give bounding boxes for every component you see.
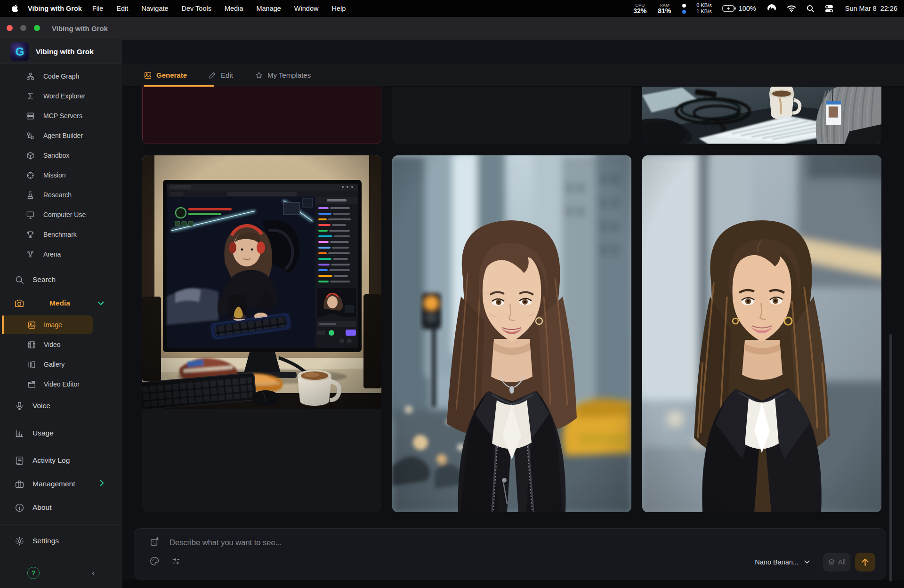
menu-file[interactable]: File: [86, 5, 110, 12]
network-speed[interactable]: 0 KB/s 1 KB/s: [696, 2, 711, 14]
sidebar-group-voice[interactable]: Voice: [0, 394, 122, 418]
sidebar-item-word-explorer[interactable]: Word Explorer: [0, 86, 122, 106]
generated-image-desk-cables[interactable]: [642, 87, 881, 144]
sidebar-item-video[interactable]: Video: [0, 335, 122, 354]
arena-icon: [26, 250, 35, 259]
sidebar-item-label: MCP Servers: [43, 112, 82, 120]
sidebar-item-image[interactable]: Image: [0, 315, 122, 335]
sidebar-item-computer-use[interactable]: Computer Use: [0, 205, 122, 225]
sidebar-item-label: Benchmark: [43, 231, 77, 238]
palette-icon[interactable]: [149, 556, 160, 568]
menu-window[interactable]: Window: [288, 5, 325, 12]
briefcase-icon: [14, 479, 24, 489]
wifi-menu-icon[interactable]: [787, 5, 796, 12]
sidebar-item-search[interactable]: Search: [0, 268, 122, 291]
menu-manage[interactable]: Manage: [250, 5, 287, 12]
sidebar-item-label: Gallery: [44, 361, 65, 368]
microphone-icon: [14, 401, 24, 411]
sidebar-item-code-graph[interactable]: Code Graph: [0, 66, 122, 86]
sidebar-item-video-editor[interactable]: Video Editor: [0, 374, 122, 394]
agent-builder-icon: [26, 131, 35, 140]
collapse-sidebar-button[interactable]: ‹: [92, 568, 95, 578]
menu-media[interactable]: Media: [218, 5, 250, 12]
desk-cables-photo: [642, 87, 881, 144]
sidebar-group-label: About: [32, 503, 52, 512]
macos-menu-bar: Vibing with Grok File Edit Navigate Dev …: [0, 0, 904, 17]
sidebar-item-label: Image: [44, 321, 62, 329]
close-window-button[interactable]: [7, 25, 13, 31]
pencil-icon: [209, 71, 217, 79]
prompt-dice-icon[interactable]: [149, 536, 160, 549]
sidebar-group-management[interactable]: Management: [0, 472, 122, 496]
sidebar-item-label: Sandbox: [43, 152, 69, 159]
vpn-menu-icon[interactable]: [767, 4, 776, 13]
menu-navigate[interactable]: Navigate: [135, 5, 175, 12]
main-content: Generate Edit My Templates: [122, 40, 904, 588]
generation-error-card[interactable]: [142, 87, 381, 144]
ram-status[interactable]: RAM 81%: [658, 3, 671, 15]
menu-help[interactable]: Help: [325, 5, 352, 12]
download-dot: [682, 10, 686, 14]
sidebar-group-label: Voice: [32, 402, 50, 410]
minimize-window-button[interactable]: [20, 25, 26, 31]
generation-empty-card[interactable]: [392, 87, 631, 144]
cpu-status[interactable]: CPU 32%: [633, 3, 646, 15]
info-icon: [14, 502, 24, 513]
sigma-icon: [26, 92, 35, 101]
help-button[interactable]: ?: [27, 567, 40, 579]
sidebar-item-gallery[interactable]: Gallery: [0, 354, 122, 374]
sidebar-item-benchmark[interactable]: Benchmark: [0, 225, 122, 244]
scope-label: All: [838, 558, 846, 566]
sidebar-item-research[interactable]: Research: [0, 185, 122, 205]
menu-edit[interactable]: Edit: [110, 5, 135, 12]
gallery-icon: [27, 360, 36, 369]
tab-generate[interactable]: Generate: [144, 64, 187, 87]
sidebar-item-label: Video Editor: [44, 380, 80, 388]
generated-image-street-portrait[interactable]: [392, 155, 631, 512]
battery-status[interactable]: 100%: [722, 5, 756, 12]
sidebar-item-settings[interactable]: Settings: [0, 529, 122, 553]
control-center-icon[interactable]: [825, 5, 833, 13]
app-logo: G: [10, 42, 29, 61]
spotlight-search-icon[interactable]: [807, 5, 815, 13]
sidebar-group-about[interactable]: About: [0, 496, 122, 519]
image-icon: [27, 321, 36, 330]
menubar-app-name[interactable]: Vibing with Grok: [28, 5, 82, 12]
apple-menu-icon[interactable]: [11, 4, 18, 13]
tab-my-templates[interactable]: My Templates: [255, 64, 311, 87]
sidebar-group-media[interactable]: Media: [0, 291, 122, 315]
zoom-window-button[interactable]: [34, 25, 40, 31]
tab-label: Edit: [221, 71, 233, 79]
sidebar-group-activity-log[interactable]: Activity Log: [0, 449, 122, 472]
window-title-bar[interactable]: Vibing with Grok: [0, 17, 904, 40]
settings-sliders-icon[interactable]: [171, 556, 181, 568]
sidebar-group-usage[interactable]: Usage: [0, 421, 122, 445]
chevron-down-icon: [804, 560, 810, 564]
sidebar-group-label: Settings: [32, 537, 59, 545]
sidebar-item-mcp-servers[interactable]: MCP Servers: [0, 106, 122, 126]
scope-all-button[interactable]: All: [823, 553, 850, 572]
generated-image-gaming-setup[interactable]: [142, 155, 381, 512]
sidebar-item-agent-builder[interactable]: Agent Builder: [0, 126, 122, 145]
active-indicator: [2, 315, 4, 334]
model-selector[interactable]: Nano Banan...: [755, 558, 810, 566]
vertical-scrollbar[interactable]: [889, 334, 892, 581]
sidebar-item-mission[interactable]: Mission: [0, 165, 122, 185]
sidebar-item-arena[interactable]: Arena: [0, 244, 122, 264]
prompt-input[interactable]: Describe what you want to see...: [170, 538, 282, 547]
generated-image-office-portrait[interactable]: [642, 155, 881, 512]
star-icon: [255, 71, 263, 80]
sidebar-item-label: Research: [43, 191, 72, 199]
sidebar-footer: ? ‹: [0, 562, 122, 584]
send-button[interactable]: [855, 553, 875, 572]
scroll-log-icon: [14, 455, 24, 466]
tab-edit[interactable]: Edit: [209, 64, 233, 87]
sidebar-item-sandbox[interactable]: Sandbox: [0, 145, 122, 165]
battery-charging-icon: [722, 5, 736, 12]
video-icon: [27, 340, 36, 349]
menu-dev-tools[interactable]: Dev Tools: [175, 5, 218, 12]
bar-chart-icon: [14, 428, 24, 438]
servers-icon: [26, 112, 35, 121]
menubar-clock[interactable]: Sun Mar 8 22:26: [845, 5, 897, 12]
cube-icon: [26, 151, 35, 160]
